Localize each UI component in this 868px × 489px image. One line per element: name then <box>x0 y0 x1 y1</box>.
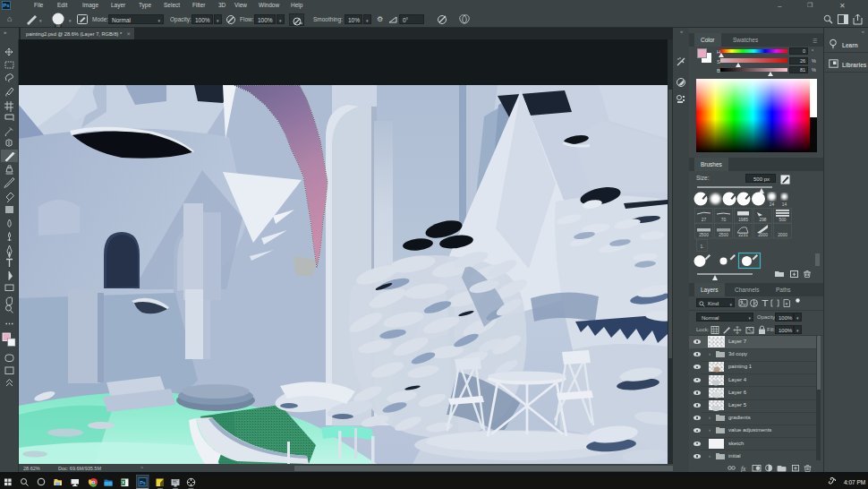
svg-text:2000: 2000 <box>758 233 768 237</box>
svg-text:70: 70 <box>721 218 727 222</box>
svg-text:2500: 2500 <box>719 233 728 237</box>
svg-text:2500: 2500 <box>699 233 709 237</box>
svg-text:24: 24 <box>770 202 775 207</box>
svg-text:1.: 1. <box>700 244 703 249</box>
svg-text:4:07 PM: 4:07 PM <box>844 479 865 485</box>
svg-text:500: 500 <box>779 218 786 222</box>
svg-text:14: 14 <box>782 202 787 207</box>
svg-text:fx: fx <box>741 465 746 473</box>
svg-text:1985: 1985 <box>738 218 748 222</box>
svg-text:2231: 2231 <box>738 233 748 237</box>
svg-text:298: 298 <box>759 218 766 222</box>
svg-text:2000: 2000 <box>778 233 787 237</box>
svg-text:27: 27 <box>702 218 707 222</box>
svg-text:Ps: Ps <box>140 480 146 485</box>
